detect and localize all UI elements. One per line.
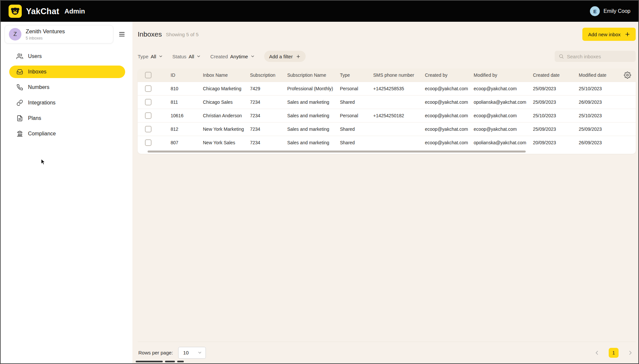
cell-id: 807 [171, 136, 203, 149]
sidebar-item-numbers[interactable]: Numbers [9, 81, 125, 94]
sidebar-nav: Users Inboxes Numbers [5, 50, 128, 140]
sidebar-item-label: Compliance [28, 131, 56, 137]
plus-icon [625, 31, 630, 37]
select-all-checkbox[interactable] [145, 72, 152, 78]
sidebar-item-plans[interactable]: Plans [9, 112, 125, 125]
column-header-created-date[interactable]: Created date [533, 69, 579, 82]
brand-section-label: Admin [65, 8, 85, 15]
mouse-cursor [40, 158, 47, 166]
row-checkbox[interactable] [145, 85, 152, 92]
user-menu[interactable]: E Emily Coop [590, 6, 630, 16]
cell-modified_date: 26/09/2023 [579, 95, 636, 109]
sidebar-item-inboxes[interactable]: Inboxes [9, 66, 125, 78]
cell-subscription_name: Professional (Monthly) [287, 82, 340, 95]
row-checkbox[interactable] [145, 99, 152, 105]
cell-inbox_name: Chicago Marketing [203, 82, 250, 95]
brand-name: YakChat [26, 7, 59, 16]
search-icon [559, 54, 564, 59]
column-header-subscription-name[interactable]: Subscription Name [287, 69, 340, 82]
org-avatar: Z [9, 28, 21, 41]
cell-type: Personal [340, 109, 373, 122]
cell-id: 811 [171, 95, 203, 109]
user-name: Emily Coop [603, 8, 630, 14]
hamburger-icon [118, 31, 125, 38]
sidebar-collapse-button[interactable] [115, 28, 128, 41]
table-body: 810Chicago Marketing7429Professional (Mo… [138, 82, 636, 149]
cell-modified_by: ecoop@yakchat.com [474, 82, 533, 95]
org-card[interactable]: Z Zenith Ventures 5 inboxes [5, 25, 113, 43]
type-filter-dropdown[interactable]: Type All [138, 54, 163, 59]
integrations-icon [16, 99, 23, 106]
sidebar-item-users[interactable]: Users [9, 50, 125, 63]
add-filter-button[interactable]: Add a filter [264, 51, 306, 62]
cell-modified_by: ecoop@yakchat.com [474, 109, 533, 122]
cell-modified_by: opolianska@yakchat.com [474, 95, 533, 109]
previous-page-button[interactable] [593, 349, 601, 357]
brand: YakChat Admin [9, 5, 85, 18]
app-body: Z Zenith Ventures 5 inboxes [1, 22, 638, 363]
table-row[interactable]: 807New York Sales7234Sales and marketing… [138, 136, 636, 149]
cell-subscription_name: Sales and marketing [287, 122, 340, 136]
column-header-subscription[interactable]: Subscription [250, 69, 287, 82]
org-row: Z Zenith Ventures 5 inboxes [5, 25, 128, 43]
search-input[interactable] [567, 54, 632, 59]
cell-inbox_name: New York Marketing [203, 122, 250, 136]
column-header-created-by[interactable]: Created by [425, 69, 474, 82]
row-checkbox[interactable] [145, 126, 152, 132]
status-filter-dropdown[interactable]: Status All [172, 54, 201, 59]
sidebar-item-label: Plans [28, 115, 41, 121]
column-header-inbox-name[interactable]: Inbox Name [203, 69, 250, 82]
column-header-modified-by[interactable]: Modified by [474, 69, 533, 82]
cell-sms_phone: +14254258535 [373, 82, 425, 95]
column-header-sms-phone[interactable]: SMS phone number [373, 69, 425, 82]
results-count: Showing 5 of 5 [166, 32, 199, 37]
created-filter-dropdown[interactable]: Created Anytime [210, 54, 255, 59]
cell-checkbox [138, 109, 171, 122]
cell-sms_phone [373, 122, 425, 136]
table-row[interactable]: 10616Christian Anderson7234Sales and mar… [138, 109, 636, 122]
chevron-down-icon [197, 350, 202, 355]
current-page-button[interactable]: 1 [609, 348, 619, 358]
cell-subscription: 7429 [250, 82, 287, 95]
table-row[interactable]: 811Chicago Sales7234Sales and marketingS… [138, 95, 636, 109]
cell-created_by: ecoop@yakchat.com [425, 95, 474, 109]
cell-sms_phone [373, 136, 425, 149]
column-header-modified-date[interactable]: Modified date [579, 72, 606, 78]
cell-modified_date: 25/10/2023 [579, 82, 636, 95]
table-row[interactable]: 812New York Marketing7234Sales and marke… [138, 122, 636, 136]
rows-per-page-select[interactable]: 10 [178, 347, 206, 359]
table-header-row: ID Inbox Name Subscription Subscription … [138, 69, 636, 82]
org-subtitle: 5 inboxes [26, 36, 65, 41]
column-header-type[interactable]: Type [340, 69, 373, 82]
cell-sms_phone [373, 95, 425, 109]
cell-created_by: ecoop@yakchat.com [425, 122, 474, 136]
cell-modified_by: ecoop@yakchat.com [474, 122, 533, 136]
cell-subscription: 7234 [250, 109, 287, 122]
cell-subscription_name: Sales and marketing [287, 109, 340, 122]
cell-created_date: 25/09/2023 [533, 122, 579, 136]
next-page-button[interactable] [626, 349, 634, 357]
column-header-id[interactable]: ID [171, 69, 203, 82]
compliance-icon [16, 130, 23, 137]
cell-created_date: 25/10/2023 [533, 109, 579, 122]
add-new-inbox-button[interactable]: Add new inbox [582, 28, 636, 41]
sidebar: Z Zenith Ventures 5 inboxes [1, 22, 132, 363]
sidebar-item-compliance[interactable]: Compliance [9, 127, 125, 140]
row-checkbox[interactable] [145, 139, 152, 146]
cell-created_by: ecoop@yakchat.com [425, 136, 474, 149]
cell-subscription_name: Sales and marketing [287, 136, 340, 149]
rows-per-page-label: Rows per page: [138, 350, 173, 355]
cell-checkbox [138, 122, 171, 136]
table-settings-gear-icon[interactable] [624, 71, 631, 79]
cell-modified_date: 26/09/2023 [579, 136, 636, 149]
cell-subscription: 7234 [250, 136, 287, 149]
cell-created_date: 25/09/2023 [533, 82, 579, 95]
sidebar-item-integrations[interactable]: Integrations [9, 97, 125, 109]
table-row[interactable]: 810Chicago Marketing7429Professional (Mo… [138, 82, 636, 95]
row-checkbox[interactable] [145, 112, 152, 119]
cell-modified_date: 25/10/2023 [579, 109, 636, 122]
sidebar-item-label: Numbers [28, 84, 49, 90]
horizontal-scrollbar-thumb[interactable] [148, 151, 526, 153]
search-box [555, 51, 636, 62]
cell-type: Personal [340, 82, 373, 95]
